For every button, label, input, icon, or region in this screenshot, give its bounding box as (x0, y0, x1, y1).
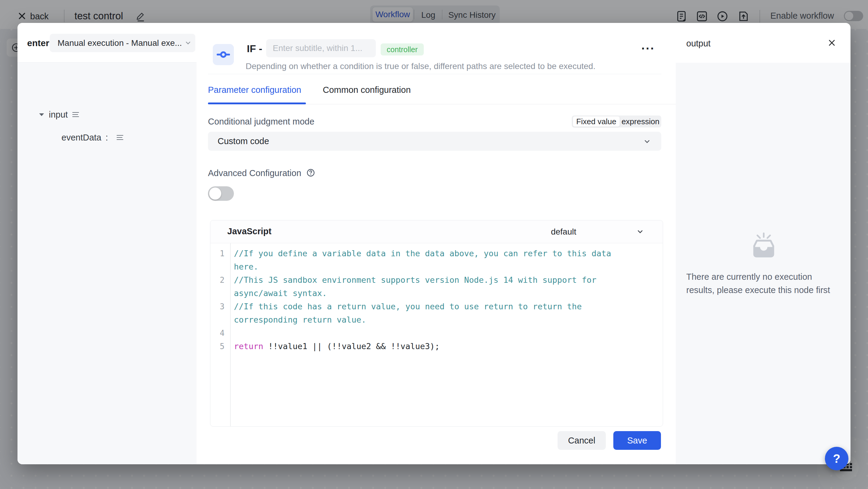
line-number: 1 (210, 247, 224, 260)
condition-type-value: Custom code (208, 136, 269, 146)
line-number: 4 (210, 327, 224, 340)
code-text: //This JS sandbox environment supports v… (224, 273, 596, 287)
cancel-button[interactable]: Cancel (558, 431, 606, 450)
output-panel-title: output (686, 39, 711, 49)
line-number: 3 (210, 300, 224, 313)
input-tree-panel: input eventData : (18, 63, 196, 464)
condition-type-select[interactable]: Custom code (208, 132, 661, 151)
code-line: here. (210, 260, 663, 273)
node-type-badge: controller (381, 43, 424, 56)
code-text: !!value1 || (!!value2 && !!value3); (264, 342, 440, 351)
subtitle-input[interactable] (266, 39, 376, 57)
empty-state-message: There are currently no execution results… (686, 270, 850, 297)
advanced-toggle[interactable] (208, 186, 234, 201)
conditional-mode-label: Conditional judgment mode (208, 117, 314, 127)
line-number (210, 287, 224, 300)
tree-node-input[interactable]: input (38, 108, 79, 121)
code-text: async/await syntax. (224, 287, 327, 300)
menu-lines-icon[interactable] (72, 112, 79, 117)
code-line: 1//If you define a variable data in the … (210, 247, 663, 260)
tree-node-eventdata[interactable]: eventData : (61, 131, 124, 144)
more-menu-button[interactable]: ... (641, 39, 655, 52)
node-description: Depending on whether a condition is true… (246, 61, 595, 71)
mode-option-expression[interactable]: expression (621, 116, 660, 127)
code-line: 2//This JS sandbox environment supports … (210, 273, 663, 287)
node-title: IF - (247, 43, 262, 55)
help-circle-icon[interactable] (306, 168, 315, 177)
close-icon[interactable] (828, 39, 836, 47)
chevron-down-icon[interactable] (636, 227, 644, 236)
tab-common-configuration[interactable]: Common configuration (323, 85, 411, 95)
code-line: 3//If this code has a return value, you … (210, 300, 663, 313)
code-line: corresponding return value. (210, 313, 663, 327)
line-number (210, 260, 224, 273)
tree-node-label: eventData (61, 133, 101, 143)
tab-parameter-configuration[interactable]: Parameter configuration (208, 85, 301, 95)
toggle-knob (209, 187, 221, 200)
empty-inbox-icon (747, 231, 781, 264)
mode-segmented-control: Fixed value expression (572, 116, 661, 127)
line-number: 2 (210, 273, 224, 287)
divider (208, 74, 661, 74)
save-button[interactable]: Save (613, 431, 661, 450)
code-line: 4 (210, 327, 663, 340)
code-text: //If this code has a return value, you n… (224, 300, 582, 313)
trigger-select[interactable]: Manual execution - Manual exe... (50, 34, 195, 52)
help-button[interactable]: ? (825, 447, 848, 470)
node-config-modal: enter Manual execution - Manual exe... i… (18, 23, 850, 464)
code-line: async/await syntax. (210, 287, 663, 300)
code-line: 5return !!value1 || (!!value2 && !!value… (210, 340, 663, 353)
code-text (224, 327, 234, 340)
caret-down-icon[interactable] (38, 113, 44, 117)
trigger-select-value: Manual execution - Manual exe... (50, 38, 182, 48)
mode-option-fixed-value[interactable]: Fixed value (573, 116, 620, 127)
if-node-icon (213, 44, 234, 65)
chevron-down-icon (177, 39, 192, 47)
editor-header: JavaScript default (210, 220, 663, 243)
code-keyword: return (234, 342, 264, 351)
line-number (210, 313, 224, 327)
menu-lines-icon[interactable] (116, 135, 124, 140)
code-area[interactable]: 1//If you define a variable data in the … (210, 243, 663, 427)
screen: back test control Workflow Log Sync Hist… (0, 0, 868, 489)
editor-preset-value[interactable]: default (551, 227, 576, 237)
empty-state-line: There are currently no execution (686, 270, 850, 283)
empty-state-line: results, please execute this node first (686, 283, 850, 297)
code-editor: JavaScript default 1//If you define a va… (210, 220, 663, 427)
code-text: //If you define a variable data in the d… (224, 247, 611, 260)
active-tab-underline (208, 102, 306, 104)
tree-node-separator: : (105, 133, 108, 143)
editor-language-label: JavaScript (227, 226, 272, 236)
tree-node-label: input (49, 110, 68, 120)
code-text: here. (224, 260, 258, 273)
chevron-down-icon (633, 137, 651, 145)
branch-commit-icon (217, 48, 230, 61)
line-number: 5 (210, 340, 224, 353)
enter-label: enter (27, 38, 49, 48)
advanced-configuration-label: Advanced Configuration (208, 168, 301, 178)
code-text: corresponding return value. (224, 313, 366, 327)
